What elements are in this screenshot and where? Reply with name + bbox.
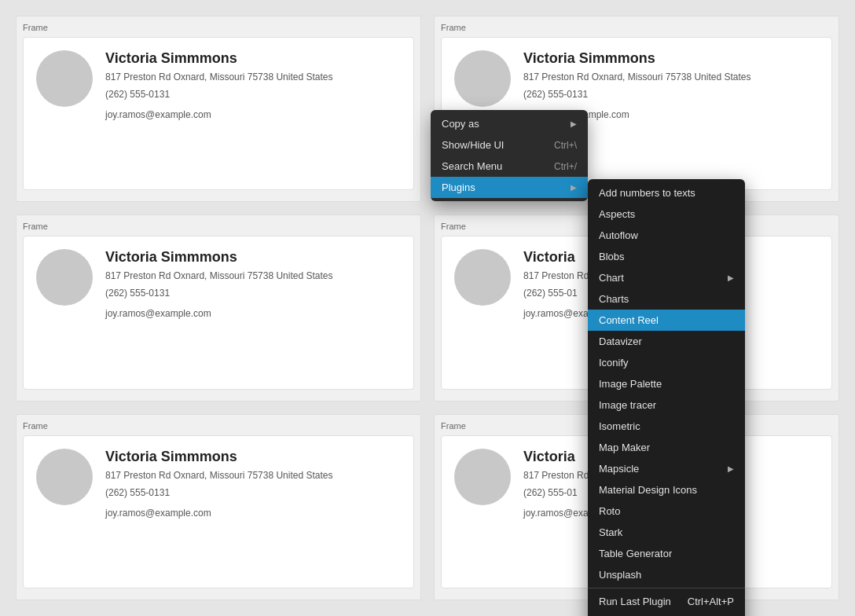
- card-email-4: joy.ramos@exa...: [523, 308, 596, 319]
- submenu-item-image-palette[interactable]: Image Palette: [588, 373, 745, 394]
- card-address-6: 817 Preston Rd: [523, 468, 596, 482]
- card-email-1: joy.ramos@example.com: [105, 109, 333, 120]
- submenu-item-run-last-plugin[interactable]: Run Last Plugin Ctrl+Alt+P: [588, 591, 745, 612]
- card-phone-1: (262) 555-0131: [105, 87, 333, 101]
- submenu-item-chart[interactable]: Chart ▶: [588, 267, 745, 288]
- card-email-5: joy.ramos@example.com: [105, 508, 333, 519]
- frame-3: Frame Victoria Simmmons 817 Preston Rd O…: [16, 214, 421, 401]
- avatar-4: [454, 249, 511, 306]
- submenu-label-isometric: Isometric: [599, 420, 640, 432]
- submenu-label-aspects: Aspects: [599, 208, 635, 220]
- card-5: Victoria Simmmons 817 Preston Rd Oxnard,…: [23, 435, 414, 588]
- card-address-5: 817 Preston Rd Oxnard, Missouri 75738 Un…: [105, 468, 333, 482]
- submenu-label-chart: Chart: [599, 272, 624, 284]
- submenu-item-table-generator[interactable]: Table Generator: [588, 543, 745, 564]
- submenu-item-aspects[interactable]: Aspects: [588, 204, 745, 225]
- submenu-label-table-generator: Table Generator: [599, 548, 672, 559]
- card-1: Victoria Simmmons 817 Preston Rd Oxnard,…: [23, 37, 414, 190]
- submenu-item-material-design-icons[interactable]: Material Design Icons: [588, 479, 745, 500]
- submenu-label-roto: Roto: [599, 505, 620, 517]
- card-email-3: joy.ramos@example.com: [105, 308, 333, 319]
- submenu-item-mapsicle[interactable]: Mapsicle ▶: [588, 458, 745, 479]
- card-info-3: Victoria Simmmons 817 Preston Rd Oxnard,…: [105, 249, 333, 319]
- menu-label-search: Search Menu: [442, 160, 502, 172]
- submenu-label-image-palette: Image Palette: [599, 378, 662, 390]
- submenu-label-run-last-plugin: Run Last Plugin: [599, 596, 671, 607]
- submenu-item-charts[interactable]: Charts: [588, 288, 745, 310]
- card-address-2: 817 Preston Rd Oxnard, Missouri 75738 Un…: [523, 70, 751, 84]
- mapsicle-arrow-icon: ▶: [728, 464, 734, 473]
- card-address-1: 817 Preston Rd Oxnard, Missouri 75738 Un…: [105, 70, 333, 84]
- submenu-label-autoflow: Autoflow: [599, 229, 638, 241]
- submenu-item-add-numbers[interactable]: Add numbers to texts: [588, 182, 745, 204]
- card-name-2: Victoria Simmmons: [523, 50, 751, 67]
- card-info-5: Victoria Simmmons 817 Preston Rd Oxnard,…: [105, 449, 333, 519]
- submenu-item-manage-plugins[interactable]: Manage Plugins...: [588, 612, 745, 616]
- submenu-label-datavizer: Datavizer: [599, 336, 642, 347]
- frame-5: Frame Victoria Simmmons 817 Preston Rd O…: [16, 414, 421, 600]
- submenu-label-mapsicle: Mapsicle: [599, 463, 639, 475]
- context-menu-overlay: Copy as ▶ Show/Hide UI Ctrl+\ Search Men…: [431, 110, 588, 201]
- menu-label-show-hide: Show/Hide UI: [442, 139, 504, 151]
- card-phone-6: (262) 555-01: [523, 486, 596, 500]
- avatar-5: [36, 449, 93, 505]
- frame-5-label: Frame: [23, 421, 414, 431]
- submenu-item-iconify[interactable]: Iconify: [588, 352, 745, 373]
- card-info-4: Victoria 817 Preston Rd (262) 555-01 joy…: [523, 249, 596, 319]
- submenu-item-roto[interactable]: Roto: [588, 500, 745, 522]
- submenu-item-unsplash[interactable]: Unsplash: [588, 564, 745, 585]
- frame-2-label: Frame: [441, 23, 832, 32]
- card-3: Victoria Simmmons 817 Preston Rd Oxnard,…: [23, 236, 414, 389]
- submenu-bottom-section: Run Last Plugin Ctrl+Alt+P Manage Plugin…: [588, 588, 745, 616]
- card-phone-4: (262) 555-01: [523, 286, 596, 300]
- plugins-arrow-icon: ▶: [571, 183, 577, 192]
- card-address-4: 817 Preston Rd: [523, 269, 596, 283]
- menu-item-plugins[interactable]: Plugins ▶: [431, 177, 588, 198]
- card-name-6: Victoria: [523, 449, 596, 465]
- card-address-3: 817 Preston Rd Oxnard, Missouri 75738 Un…: [105, 269, 333, 283]
- card-name-5: Victoria Simmmons: [105, 449, 333, 465]
- card-phone-5: (262) 555-0131: [105, 486, 333, 500]
- submenu-label-charts: Charts: [599, 293, 629, 305]
- submenu-label-content-reel: Content Reel: [599, 314, 659, 326]
- submenu-label-blobs: Blobs: [599, 251, 625, 262]
- context-menu: Copy as ▶ Show/Hide UI Ctrl+\ Search Men…: [431, 110, 588, 201]
- submenu-label-iconify: Iconify: [599, 357, 629, 368]
- card-name-3: Victoria Simmmons: [105, 249, 333, 266]
- menu-item-copy-as[interactable]: Copy as ▶: [431, 113, 588, 134]
- menu-label-copy-as: Copy as: [442, 118, 479, 130]
- submenu-label-add-numbers: Add numbers to texts: [599, 187, 695, 199]
- avatar-1: [36, 50, 93, 107]
- submenu-label-unsplash: Unsplash: [599, 569, 641, 581]
- submenu-item-datavizer[interactable]: Datavizer: [588, 331, 745, 352]
- chart-arrow-icon: ▶: [728, 273, 734, 282]
- submenu-item-autoflow[interactable]: Autoflow: [588, 225, 745, 246]
- run-last-plugin-shortcut: Ctrl+Alt+P: [688, 596, 734, 607]
- submenu-item-map-maker[interactable]: Map Maker: [588, 437, 745, 458]
- card-info-6: Victoria 817 Preston Rd (262) 555-01 joy…: [523, 449, 596, 519]
- frame-3-label: Frame: [23, 222, 414, 231]
- card-info-1: Victoria Simmmons 817 Preston Rd Oxnard,…: [105, 50, 333, 120]
- frame-1: Frame Victoria Simmmons 817 Preston Rd O…: [16, 16, 421, 202]
- submenu-label-image-tracer: Image tracer: [599, 399, 656, 411]
- card-email-6: joy.ramos@exa...: [523, 508, 596, 519]
- card-name-4: Victoria: [523, 249, 596, 266]
- card-phone-3: (262) 555-0131: [105, 286, 333, 300]
- frame-1-label: Frame: [23, 23, 414, 32]
- menu-shortcut-show-hide: Ctrl+\: [554, 140, 577, 151]
- submenu-item-image-tracer[interactable]: Image tracer: [588, 394, 745, 416]
- submenu-item-blobs[interactable]: Blobs: [588, 246, 745, 267]
- submenu-label-map-maker: Map Maker: [599, 442, 650, 453]
- card-name-1: Victoria Simmmons: [105, 50, 333, 67]
- card-phone-2: (262) 555-0131: [523, 87, 751, 101]
- copy-as-arrow-icon: ▶: [571, 119, 577, 128]
- submenu-item-stark[interactable]: Stark: [588, 522, 745, 543]
- menu-item-search-menu[interactable]: Search Menu Ctrl+/: [431, 156, 588, 177]
- menu-shortcut-search: Ctrl+/: [554, 161, 577, 172]
- menu-item-show-hide-ui[interactable]: Show/Hide UI Ctrl+\: [431, 134, 588, 156]
- submenu-item-isometric[interactable]: Isometric: [588, 416, 745, 437]
- submenu-item-content-reel[interactable]: Content Reel: [588, 310, 745, 331]
- submenu-label-material-design-icons: Material Design Icons: [599, 484, 697, 496]
- plugins-submenu: Add numbers to texts Aspects Autoflow Bl…: [588, 179, 745, 616]
- avatar-6: [454, 449, 511, 505]
